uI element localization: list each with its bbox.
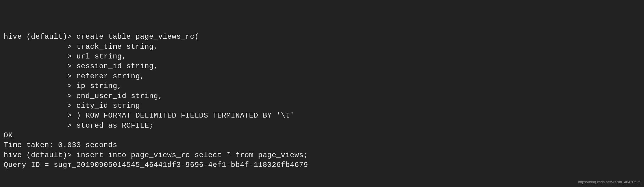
terminal-line: OK <box>4 131 640 140</box>
terminal-line: Time taken: 0.033 seconds <box>4 140 640 150</box>
terminal-line: > city_id string <box>4 101 640 111</box>
terminal-line: hive (default)> insert into page_views_r… <box>4 150 640 160</box>
terminal-line: > stored as RCFILE; <box>4 121 640 131</box>
terminal-line: > session_id string, <box>4 62 640 71</box>
terminal-line: > end_user_id string, <box>4 91 640 101</box>
terminal-line: > url string, <box>4 52 640 62</box>
terminal-line: Query ID = sugm_20190905014545_46441df3-… <box>4 160 640 170</box>
terminal-line: > referer string, <box>4 72 640 81</box>
watermark-text: https://blog.csdn.net/weixin_40420525 <box>578 180 640 185</box>
terminal-line: > track_time string, <box>4 42 640 52</box>
terminal-output[interactable]: hive (default)> create table page_views_… <box>4 32 640 170</box>
terminal-line: > ) ROW FORMAT DELIMITED FIELDS TERMINAT… <box>4 111 640 121</box>
terminal-line: > ip string, <box>4 81 640 91</box>
terminal-line: hive (default)> create table page_views_… <box>4 32 640 42</box>
